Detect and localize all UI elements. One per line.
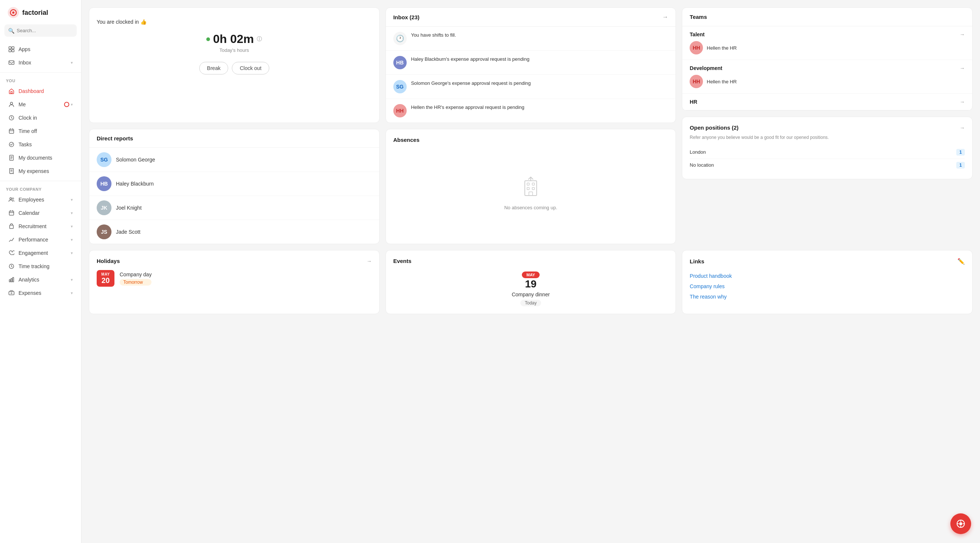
clock-time-value: 0h 02m [213,32,254,46]
position-london-name: London [690,149,706,155]
sidebar-item-clock-in[interactable]: Clock in [2,111,79,124]
inbox-item-shifts[interactable]: 🕐 You have shifts to fill. [386,27,676,51]
team-talent: Talent → HH Hellen the HR [682,26,972,60]
link-reason-why[interactable]: The reason why [690,291,965,302]
sidebar-item-performance[interactable]: Performance ▾ [2,233,79,246]
fab-button[interactable] [950,513,971,534]
sidebar-item-expenses[interactable]: Expenses ▾ [2,287,79,299]
calendar-label: Calendar [19,210,40,216]
absences-card: Absences No absences coming up. [385,129,676,244]
team-talent-arrow[interactable]: → [959,32,965,37]
inbox-avatar-solomon: SG [393,80,407,93]
fab-icon [956,519,965,528]
sidebar-item-recruitment[interactable]: Recruitment ▾ [2,220,79,232]
team-dev-title: Development [690,65,722,71]
me-chevron: ▾ [71,102,73,107]
svg-rect-28 [532,188,535,189]
sidebar-item-time-off[interactable]: Time off [2,125,79,137]
employees-label: Employees [19,197,44,202]
me-label: Me [19,102,25,107]
sidebar-item-apps[interactable]: Apps [2,43,79,56]
dr-item-haley[interactable]: HB Haley Blackburn [89,172,379,196]
dr-avatar-haley: HB [97,176,111,191]
inbox-title: Inbox (23) [393,14,420,21]
absences-building-icon [522,176,539,201]
team-talent-name: Hellen the HR [707,45,737,51]
links-header: Links ✏️ [690,258,965,265]
sidebar-item-me[interactable]: Me ▾ [2,98,79,111]
inbox-nav-arrow[interactable]: → [662,14,668,21]
right-column: Teams Talent → HH Hellen the HR Developm… [682,7,973,244]
inbox-label: Inbox [19,60,31,65]
svg-point-9 [10,102,13,104]
search-input[interactable] [17,28,79,33]
link-product-handbook[interactable]: Product handbook [690,271,965,281]
dashboard-label: Dashboard [19,88,44,94]
holidays-arrow[interactable]: → [367,258,372,264]
sidebar-item-time-tracking[interactable]: Time tracking [2,260,79,272]
sidebar-item-employees[interactable]: Employees ▾ [2,193,79,206]
sidebar-item-calendar[interactable]: Calendar ▾ [2,207,79,219]
team-development: Development → HH Hellen the HR [682,60,972,94]
clock-status-text: You are clocked in 👍 [97,19,147,25]
svg-rect-6 [12,49,14,52]
inbox-item-haley[interactable]: HB Haley Blackburn's expense approval re… [386,51,676,75]
inbox-item-text-haley: Haley Blackburn's expense approval reque… [411,56,530,63]
dr-item-solomon[interactable]: SG Solomon George [89,148,379,172]
logo[interactable]: factorial [0,0,81,24]
team-dev-arrow[interactable]: → [959,65,965,71]
team-hr-arrow[interactable]: → [959,99,965,105]
holiday-item-company-day[interactable]: MAY 20 Company day Tomorrow [97,270,372,287]
team-hr[interactable]: HR → [682,94,972,110]
holiday-name: Company day [119,272,151,277]
sidebar-item-engagement[interactable]: Engagement ▾ [2,247,79,259]
engagement-label: Engagement [19,250,48,256]
me-indicator: ▾ [64,102,73,107]
clockout-button[interactable]: Clock out [232,62,269,75]
events-title: Events [393,258,412,264]
performance-icon [8,236,15,243]
home-icon [8,88,15,94]
recruitment-icon [8,223,15,230]
factorial-logo-icon [7,7,19,19]
sidebar-item-tasks[interactable]: Tasks [2,138,79,151]
svg-rect-26 [532,183,535,185]
analytics-chevron: ▾ [71,277,73,282]
sidebar-item-inbox[interactable]: Inbox ▾ [2,56,79,69]
clock-info-icon[interactable]: ⓘ [257,36,262,43]
search-icon: 🔍 [8,28,14,34]
search-bar[interactable]: 🔍 ⌘K [5,24,77,37]
team-dev-name: Hellen the HR [707,79,737,84]
position-london[interactable]: London 1 [690,146,965,159]
inbox-item-solomon[interactable]: SG Solomon George's expense approval req… [386,75,676,99]
svg-rect-17 [10,225,13,229]
svg-rect-24 [525,181,537,196]
holiday-date-box: MAY 20 [97,270,115,287]
holidays-title: Holidays [97,258,120,264]
open-positions-arrow[interactable]: → [959,125,965,131]
inbox-item-text-shifts: You have shifts to fill. [411,32,456,38]
team-dev-member: HH Hellen the HR [690,75,965,88]
event-day-num: 19 [525,279,536,289]
dr-item-jade[interactable]: JS Jade Scott [89,220,379,244]
sidebar-item-my-documents[interactable]: My documents [2,151,79,164]
recruitment-chevron: ▾ [71,224,73,229]
inbox-item-text-hellen: Hellen the HR's expense approval request… [411,104,525,111]
links-edit-icon[interactable]: ✏️ [958,258,965,265]
dr-item-joel[interactable]: JK Joel Knight [89,196,379,220]
absences-empty-text: No absences coming up. [504,205,557,210]
teams-title: Teams [690,14,707,20]
event-item-company-dinner[interactable]: MAY 19 Company dinner Today [393,272,668,306]
svg-rect-19 [9,280,10,282]
expenses-label: Expenses [19,290,41,296]
link-company-rules[interactable]: Company rules [690,281,965,291]
dr-avatar-solomon: SG [97,152,111,167]
break-button[interactable]: Break [199,62,229,75]
position-no-location[interactable]: No location 1 [690,159,965,172]
open-positions-card: Open positions (2) → Refer anyone you be… [682,117,973,179]
sidebar-item-my-expenses[interactable]: My expenses [2,165,79,177]
sidebar-item-dashboard[interactable]: Dashboard [2,85,79,97]
team-dev-avatar: HH [690,75,703,88]
inbox-item-hellen[interactable]: HH Hellen the HR's expense approval requ… [386,99,676,123]
sidebar-item-analytics[interactable]: Analytics ▾ [2,273,79,286]
